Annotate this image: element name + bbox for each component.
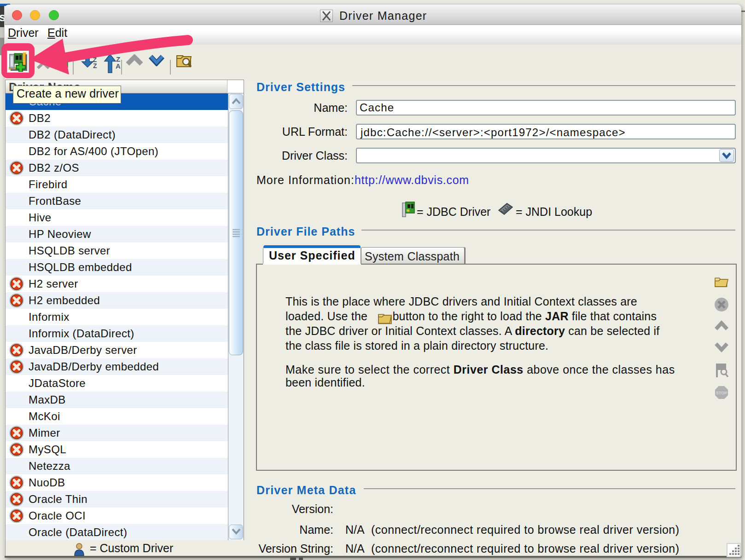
svg-text:STOP: STOP xyxy=(716,391,727,395)
